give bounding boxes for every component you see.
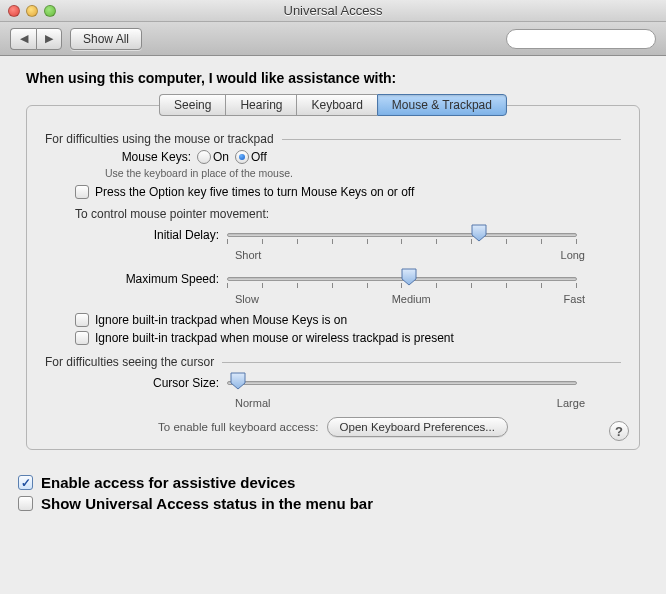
back-icon: ◀: [20, 32, 28, 45]
initial-delay-slider[interactable]: [227, 225, 577, 245]
option-five-checkbox[interactable]: [75, 185, 89, 199]
tab-bar: Seeing Hearing Keyboard Mouse & Trackpad: [26, 94, 640, 116]
enable-assistive-checkbox[interactable]: [18, 475, 33, 490]
ignore-trackpad-mouse-checkbox[interactable]: [75, 331, 89, 345]
cursor-size-thumb[interactable]: [229, 371, 247, 391]
tab-hearing[interactable]: Hearing: [225, 94, 296, 116]
titlebar: Universal Access: [0, 0, 666, 22]
section-cursor-difficulty: For difficulties seeing the cursor: [45, 355, 621, 369]
mouse-keys-on-radio[interactable]: [197, 150, 211, 164]
back-button[interactable]: ◀: [10, 28, 36, 50]
option-five-label: Press the Option key five times to turn …: [95, 185, 414, 199]
toolbar: ◀ ▶ Show All 🔍: [0, 22, 666, 56]
cursor-size-label: Cursor Size:: [45, 376, 227, 390]
show-menubar-checkbox[interactable]: [18, 496, 33, 511]
mouse-keys-hint: Use the keyboard in place of the mouse.: [105, 167, 621, 179]
max-speed-label: Maximum Speed:: [45, 272, 227, 286]
help-button[interactable]: ?: [609, 421, 629, 441]
mouse-keys-off-radio[interactable]: [235, 150, 249, 164]
open-keyboard-prefs-button[interactable]: Open Keyboard Preferences...: [327, 417, 508, 437]
page-heading: When using this computer, I would like a…: [26, 70, 640, 86]
tab-mouse-trackpad[interactable]: Mouse & Trackpad: [377, 94, 507, 116]
show-all-button[interactable]: Show All: [70, 28, 142, 50]
control-movement-label: To control mouse pointer movement:: [75, 207, 621, 221]
forward-button[interactable]: ▶: [36, 28, 62, 50]
ignore-trackpad-mouse-label: Ignore built-in trackpad when mouse or w…: [95, 331, 454, 345]
forward-icon: ▶: [45, 32, 53, 45]
mouse-keys-row: Mouse Keys: On Off: [105, 150, 621, 164]
settings-panel: For difficulties using the mouse or trac…: [26, 105, 640, 450]
cursor-size-slider[interactable]: [227, 373, 577, 393]
ignore-trackpad-mousekeys-label: Ignore built-in trackpad when Mouse Keys…: [95, 313, 347, 327]
show-menubar-label: Show Universal Access status in the menu…: [41, 495, 373, 512]
search-input[interactable]: [506, 29, 656, 49]
window-title: Universal Access: [0, 3, 666, 18]
enable-assistive-label: Enable access for assistive devices: [41, 474, 295, 491]
initial-delay-label: Initial Delay:: [45, 228, 227, 242]
ignore-trackpad-mousekeys-checkbox[interactable]: [75, 313, 89, 327]
initial-delay-thumb[interactable]: [470, 223, 488, 243]
section-mouse-difficulty: For difficulties using the mouse or trac…: [45, 132, 621, 146]
nav-segment: ◀ ▶: [10, 28, 62, 50]
max-speed-thumb[interactable]: [400, 267, 418, 287]
tab-seeing[interactable]: Seeing: [159, 94, 225, 116]
tab-keyboard[interactable]: Keyboard: [296, 94, 376, 116]
max-speed-slider[interactable]: [227, 269, 577, 289]
kb-access-label: To enable full keyboard access:: [158, 421, 318, 433]
